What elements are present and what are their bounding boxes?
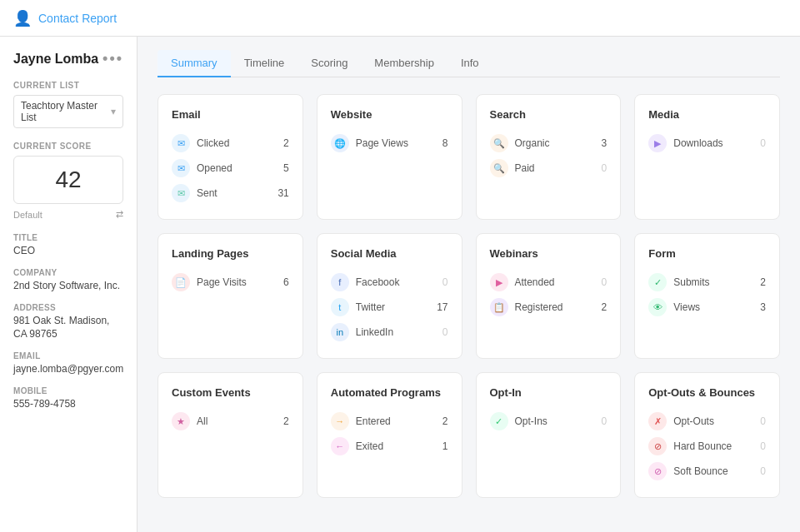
card-row-label: LinkedIn [356,326,442,338]
mobile-value: 555-789-4758 [13,397,123,411]
card-row-value: 3 [760,301,766,313]
card-title: Media [648,108,766,121]
contact-report-icon: 👤 [13,9,32,27]
card-custom-events: Custom Events★All2 [158,372,303,498]
card-row-label: Entered [356,415,442,427]
tab-timeline[interactable]: Timeline [231,50,298,77]
card-row: ⊘Soft Bounce0 [648,459,766,484]
card-title: Automated Programs [331,386,448,399]
card-row-value: 0 [442,276,448,288]
ic-email-opened-icon: ✉ [172,159,190,177]
company-value: 2nd Story Software, Inc. [13,279,123,293]
topbar: 👤 Contact Report [0,0,800,37]
card-title: Webinars [490,247,608,260]
ic-form-submits-icon: ✓ [648,273,667,291]
card-row-label: Hard Bounce [673,440,760,452]
card-social-media: Social MediafFacebook0tTwitter17inLinked… [317,233,462,359]
card-row-label: Page Visits [197,276,283,288]
ic-linkedin-icon: in [331,323,349,341]
ic-hardbounce-icon: ⊘ [648,437,667,455]
card-row-value: 0 [760,137,766,149]
score-scheme-label: Default [13,210,42,220]
ic-auto-entered-icon: → [331,412,349,430]
card-row: 📄Page Visits6 [172,270,289,295]
tab-scoring[interactable]: Scoring [298,50,361,77]
dropdown-arrow-icon: ▾ [111,106,116,117]
tab-membership[interactable]: Membership [361,50,448,77]
card-row-value: 6 [283,276,289,288]
card-row-label: Opt-Ins [515,415,602,427]
card-title: Email [172,108,289,121]
card-row: inLinkedIn0 [331,320,448,345]
card-row-value: 8 [442,137,448,149]
current-list-dropdown[interactable]: Teachtory Master List ▾ [13,95,123,128]
title-label: Title [13,233,123,242]
card-webinars: Webinars▶Attended0📋Registered2 [476,233,622,359]
address-value: 981 Oak St. Madison, CA 98765 [13,314,123,342]
card-row-label: Exited [356,440,442,452]
ic-webinar-attended-icon: ▶ [490,273,508,291]
contact-name-row: Jayne Lomba ••• [13,50,123,67]
mobile-block: Mobile 555-789-4758 [13,386,123,411]
card-row-value: 3 [602,137,608,149]
card-row-value: 2 [760,276,766,288]
card-row: ✗Opt-Outs0 [648,409,766,434]
ic-custom-icon: ★ [172,412,190,430]
card-row-value: 0 [602,162,608,174]
card-row: ✉Clicked2 [172,131,289,156]
title-value: CEO [13,244,123,258]
card-row-label: Organic [515,137,602,149]
address-block: Address 981 Oak St. Madison, CA 98765 [13,303,123,342]
card-row-label: Submits [673,276,760,288]
card-row-value: 2 [283,415,289,427]
card-row: ✓Submits2 [648,270,766,295]
card-row-value: 0 [760,465,766,477]
card-row: 🔍Paid0 [490,156,608,181]
current-list-label: CURRENT LIST [13,81,123,90]
card-row-value: 17 [437,301,448,313]
card-title: Website [331,108,448,121]
card-row-label: Facebook [356,276,442,288]
card-row: 🔍Organic3 [490,131,608,156]
card-landing-pages: Landing Pages📄Page Visits6 [158,233,303,359]
tab-info[interactable]: Info [448,50,492,77]
topbar-title: Contact Report [38,12,117,25]
email-value: jayne.lomba@pgyer.com [13,362,123,376]
card-row: tTwitter17 [331,295,448,320]
card-row: 📋Registered2 [490,295,608,320]
card-row-value: 2 [442,415,448,427]
card-row-value: 5 [283,162,289,174]
ic-optout-icon: ✗ [648,412,667,430]
card-row-value: 0 [602,276,608,288]
card-row-value: 2 [283,137,289,149]
content-area: SummaryTimelineScoringMembershipInfo Ema… [138,37,800,532]
card-row: ←Exited1 [331,434,448,459]
ic-auto-exited-icon: ← [331,437,349,455]
score-section: CURRENT SCORE 42 Default ⇄ [13,142,123,220]
card-row-value: 0 [760,440,766,452]
more-options-button[interactable]: ••• [102,50,123,67]
company-block: Company 2nd Story Software, Inc. [13,268,123,293]
card-opt-in: Opt-In✓Opt-Ins0 [476,372,622,498]
card-opt-outs-&-bounces: Opt-Outs & Bounces✗Opt-Outs0⊘Hard Bounce… [634,372,780,498]
card-search: Search🔍Organic3🔍Paid0 [476,94,622,220]
card-website: Website🌐Page Views8 [317,94,462,220]
card-row-label: All [197,415,283,427]
card-title: Opt-In [490,386,608,399]
ic-email-clicked-icon: ✉ [172,134,190,152]
card-row: fFacebook0 [331,270,448,295]
score-reset-button[interactable]: ⇄ [116,209,123,220]
tab-summary[interactable]: Summary [158,50,231,77]
card-row-label: Soft Bounce [673,465,760,477]
card-title: Custom Events [172,386,289,399]
email-block: Email jayne.lomba@pgyer.com [13,351,123,376]
ic-webinar-registered-icon: 📋 [490,298,508,316]
card-media: Media▶Downloads0 [634,94,780,220]
contact-name-text: Jayne Lomba [13,52,98,67]
ic-search-paid-icon: 🔍 [490,159,508,177]
card-row-label: Sent [197,187,278,199]
card-row-label: Attended [515,276,602,288]
card-row-label: Opt-Outs [673,415,760,427]
score-number: 42 [21,167,116,193]
main-layout: Jayne Lomba ••• CURRENT LIST Teachtory M… [0,37,800,532]
